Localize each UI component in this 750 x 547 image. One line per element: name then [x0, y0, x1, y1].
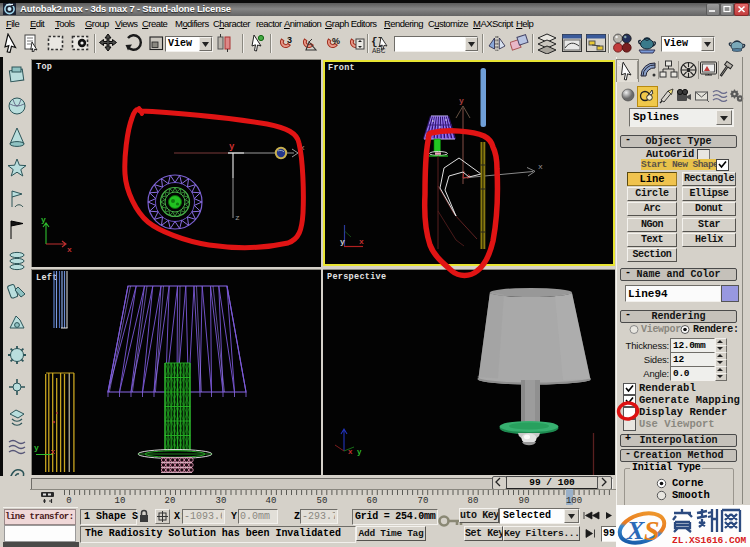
- svg-text:x: x: [348, 448, 353, 456]
- svg-text:y: y: [229, 142, 235, 152]
- svg-text:%: %: [332, 36, 340, 46]
- svg-text:ABC: ABC: [372, 47, 386, 54]
- svg-text:y: y: [459, 96, 464, 105]
- svg-text:y: y: [34, 443, 39, 452]
- svg-text:y: y: [340, 237, 345, 246]
- svg-text:x: x: [538, 162, 543, 171]
- svg-text:x: x: [359, 237, 364, 246]
- svg-text:3: 3: [287, 35, 292, 45]
- svg-text:y: y: [357, 448, 362, 456]
- svg-text:x: x: [300, 143, 305, 152]
- svg-text:X: X: [626, 516, 645, 545]
- svg-text:S: S: [644, 515, 660, 546]
- svg-text:y: y: [41, 215, 46, 224]
- svg-text:z: z: [235, 213, 240, 222]
- svg-text:ZL.XS1616.COM: ZL.XS1616.COM: [672, 535, 746, 546]
- svg-text:x: x: [67, 245, 72, 254]
